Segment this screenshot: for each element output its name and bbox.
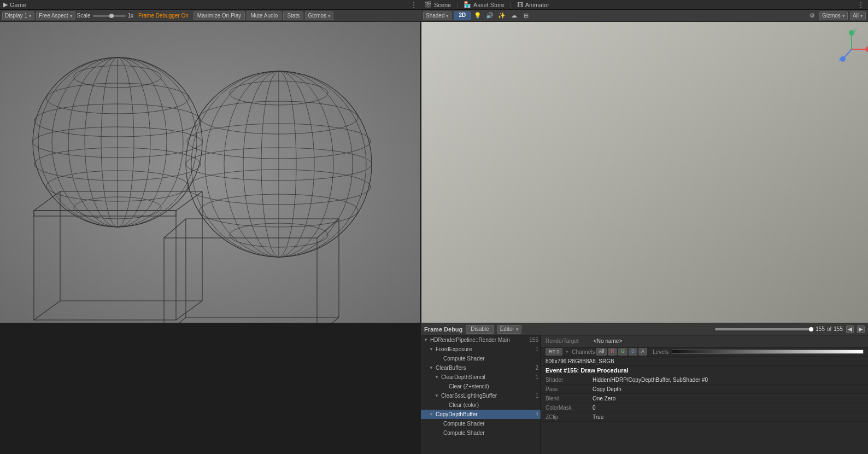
tree-item-count-8: 4 [535,411,538,417]
shader-label: Shader [546,377,589,383]
scene-tab-more[interactable]: ⋮ [857,1,865,9]
channels-group: Channels All R G B A [572,348,647,356]
maximize-on-play-btn[interactable]: Maximize On Play [193,11,245,20]
scale-slider[interactable] [93,15,126,17]
svg-text:Z: Z [838,57,842,62]
blend-label: Blend [546,395,589,401]
hide-icon-btn[interactable]: ☁ [509,11,519,20]
channels-sep: ▾ [566,349,568,354]
zclip-value: True [593,414,603,420]
render-target-row: RenderTarget <No name> [541,335,868,347]
tree-panel: ▼ HDRenderPipeline::Render Main 155 ▼ Fi… [421,335,541,454]
audio-icon-btn[interactable]: 🔊 [485,11,495,20]
tree-item-9[interactable]: Compute Shader [421,419,541,428]
tree-item-label-7: Clear (color) [449,402,479,408]
levels-track[interactable] [672,350,864,354]
render-target-value: <No name> [594,338,622,344]
ch-b-btn[interactable]: B [629,348,637,356]
event-title: Event #155: Draw Procedural [546,367,629,374]
counter-current: 155 [816,326,825,332]
aspect-dropdown[interactable]: Free Aspect [36,11,75,20]
display-dropdown[interactable]: Display 1 [2,11,34,20]
scale-control: Scale 1x [77,13,134,19]
tree-item-5[interactable]: Clear (Z+stencil) [421,382,541,391]
disable-button[interactable]: Disable [466,325,494,334]
svg-text:Y: Y [854,27,857,33]
prev-frame-button[interactable]: ◀ [846,325,854,333]
gizmos-dropdown-game[interactable]: Gizmos [305,11,333,20]
channels-label: Channels [572,349,595,355]
shader-row: Shader Hidden/HDRP/CopyDepthBuffer, SubS… [541,375,868,385]
tree-item-label-10: Compute Shader [443,430,485,436]
scene-tab[interactable]: 🎬 Scene [424,1,451,8]
scene-tab-icon: 🎬 [424,1,432,8]
tree-item-3[interactable]: ▼ ClearBuffers 2 [421,363,541,372]
scene-toolbar-icon1[interactable]: ⚙ [807,11,817,20]
resolution-row: 806x796 R8G8B8A8_SRGB [541,357,868,366]
asset-store-icon: 🏪 [464,1,471,8]
tree-item-count-3: 2 [535,365,538,371]
viewport-divider [420,22,421,323]
color-mask-row: ColorMask 0 [541,403,868,412]
scene-toolbar-right: ⚙ Gizmos All [807,11,866,20]
ch-r-btn[interactable]: R [608,348,617,356]
mute-audio-btn[interactable]: Mute Audio [247,11,281,20]
frame-track-dot [809,327,813,331]
tree-item-label-6: ClearSssLightingBuffer [441,393,497,399]
tree-item-count-4: 1 [535,374,538,380]
rt0-button[interactable]: RT 0 [546,348,562,356]
bottom-panel: Frame Debug Disable Editor 155 of 155 ◀ … [421,323,868,454]
gizmos-dropdown-scene[interactable]: Gizmos [819,11,848,20]
color-mask-label: ColorMask [546,405,589,411]
blend-value: One Zero [593,395,615,401]
game-tab[interactable]: ▶ Game [3,1,26,8]
tree-item-label-4: ClearDepthStencil [441,374,485,380]
frame-track[interactable] [715,328,813,330]
rt-channels-row: RT 0 ▾ Channels All R G B A Levels [541,347,868,357]
grid-icon-btn[interactable]: ⊞ [521,11,531,20]
scale-value: 1x [128,13,134,19]
tree-item-label-8: CopyDepthBuffer [436,411,478,417]
tree-item-10[interactable]: Compute Shader [421,428,541,438]
editor-dropdown[interactable]: Editor [497,325,521,334]
resolution-value: 806x796 R8G8B8A8_SRGB [546,358,614,364]
tree-item-8[interactable]: ▼ CopyDepthBuffer 4 [421,410,541,419]
asset-store-tab[interactable]: 🏪 Asset Store [464,1,505,8]
tree-item-count-1: 1 [535,346,538,352]
frame-debugger-btn[interactable]: Frame Debugger On [135,11,192,20]
tree-item-1[interactable]: ▼ FixedExposure 1 [421,345,541,354]
lighting-icon-btn[interactable]: 💡 [473,11,483,20]
all-dropdown[interactable]: All [850,11,866,20]
tree-item-2[interactable]: Compute Shader [421,354,541,363]
pass-value: Copy Depth [593,386,621,392]
counter-of: of [827,326,831,332]
ch-all-btn[interactable]: All [596,348,607,356]
tree-item-0[interactable]: ▼ HDRenderPipeline::Render Main 155 [421,335,541,345]
frame-debug-bar: Frame Debug Disable Editor 155 of 155 ◀ … [421,323,868,335]
game-toolbar: Display 1 Free Aspect Scale 1x Frame Deb… [0,10,421,22]
stats-btn[interactable]: Stats [283,11,303,20]
tree-item-label-3: ClearBuffers [436,365,466,371]
ch-a-btn[interactable]: A [638,348,647,356]
blend-row: Blend One Zero [541,394,868,403]
frame-counter: 155 of 155 [715,326,843,332]
tree-item-7[interactable]: Clear (color) [421,400,541,410]
zclip-label: ZClip [546,414,589,420]
color-mask-value: 0 [593,405,596,411]
scale-label: Scale [77,13,91,19]
pass-row: Pass Copy Depth [541,385,868,394]
tree-item-6[interactable]: ▼ ClearSssLightingBuffer 1 [421,391,541,400]
game-tab-more[interactable]: ⋮ [410,1,418,9]
shader-value: Hidden/HDRP/CopyDepthBuffer, SubShader #… [593,377,708,383]
tree-item-label-9: Compute Shader [443,421,485,427]
ch-g-btn[interactable]: G [618,348,627,356]
animator-tab[interactable]: 🎞 Animator [517,2,549,8]
next-frame-button[interactable]: ▶ [857,325,865,333]
counter-total: 155 [834,326,843,332]
2d-button[interactable]: 2D [454,11,471,20]
shaded-dropdown[interactable]: Shaded [423,11,451,20]
scene-toolbar: Shaded 2D 💡 🔊 ✨ ☁ ⊞ ⚙ Gizmos All [421,10,868,22]
effects-icon-btn[interactable]: ✨ [497,11,507,20]
animator-icon: 🎞 [517,2,523,8]
tree-item-4[interactable]: ▼ ClearDepthStencil 1 [421,372,541,382]
